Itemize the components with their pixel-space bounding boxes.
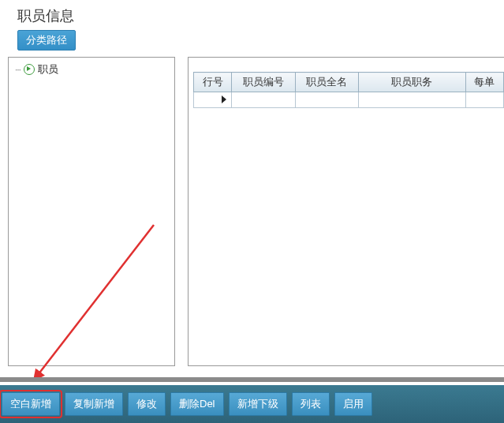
bottom-toolbar: 空白新增复制新增修改删除Del新增下级列表启用 [0,385,504,423]
grid-header-row: 行号 职员编号 职员全名 职员职务 每单 [194,73,504,92]
content-area: ···· 职员 行号 职员编号 职员全名 职员职务 每单 [8,57,504,366]
tree-expand-dots: ···· [15,66,21,74]
delete-button[interactable]: 删除Del [170,392,224,416]
header: 职员信息 分类路径 [0,0,504,55]
list-button[interactable]: 列表 [292,392,330,416]
table-row[interactable] [194,92,504,108]
cell-per-order[interactable] [465,92,503,108]
edit-button[interactable]: 修改 [128,392,166,416]
col-employee-position[interactable]: 职员职务 [358,73,465,92]
tree-node-root[interactable]: ···· 职员 [9,58,174,81]
row-cursor-cell [194,92,232,108]
enable-button[interactable]: 启用 [334,392,372,416]
col-row-number[interactable]: 行号 [194,73,232,92]
page-title: 职员信息 [17,6,491,25]
tree-node-label: 职员 [38,62,58,77]
copy-new-button[interactable]: 复制新增 [65,392,123,416]
divider-bar [0,377,504,382]
col-employee-id[interactable]: 职员编号 [232,73,295,92]
cell-employee-position[interactable] [358,92,465,108]
col-per-order[interactable]: 每单 [465,73,503,92]
data-grid[interactable]: 行号 职员编号 职员全名 职员职务 每单 [193,72,504,108]
category-path-button[interactable]: 分类路径 [17,30,76,51]
cell-employee-name[interactable] [295,92,358,108]
row-cursor-icon [222,95,226,103]
cell-employee-id[interactable] [232,92,295,108]
tree-panel[interactable]: ···· 职员 [8,57,175,366]
play-circle-icon [24,64,35,75]
col-employee-name[interactable]: 职员全名 [295,73,358,92]
blank-new-button[interactable]: 空白新增 [2,392,60,416]
new-sub-button[interactable]: 新增下级 [229,392,287,416]
grid-panel: 行号 职员编号 职员全名 职员职务 每单 [188,57,504,366]
